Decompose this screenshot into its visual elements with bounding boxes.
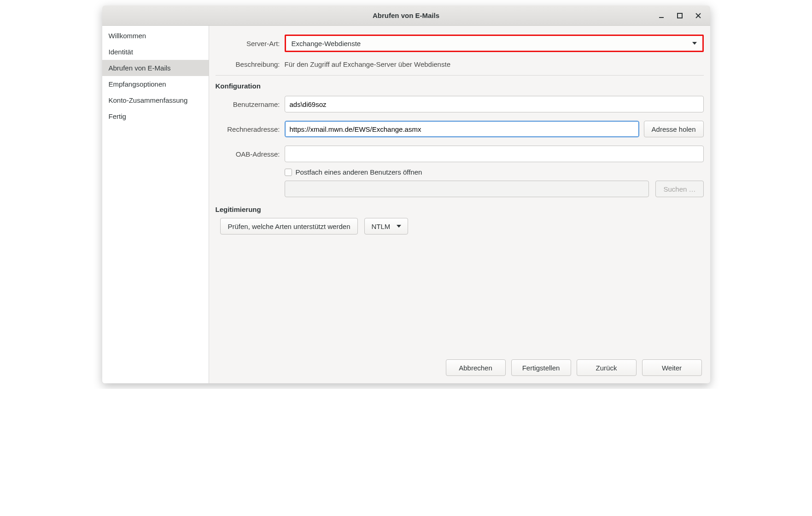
back-button-label: Zurück xyxy=(596,364,617,372)
sidebar-item-receiving[interactable]: Abrufen von E-Mails xyxy=(102,60,209,76)
sidebar-item-welcome[interactable]: Willkommen xyxy=(102,28,209,44)
close-button[interactable] xyxy=(689,6,707,25)
back-button[interactable]: Zurück xyxy=(577,359,637,376)
dialog-body: Willkommen Identität Abrufen von E-Mails… xyxy=(102,26,710,383)
oab-input[interactable] xyxy=(285,146,704,162)
oab-row: OAB-Adresse: xyxy=(216,146,704,162)
description-row: Beschreibung: Für den Zugriff auf Exchan… xyxy=(216,60,704,68)
auth-method-value: NTLM xyxy=(371,223,390,230)
cancel-button-label: Abbrechen xyxy=(459,364,492,372)
impersonate-row: Postfach eines anderen Benutzers öffnen xyxy=(285,168,704,176)
auth-heading: Legitimierung xyxy=(216,205,704,213)
sidebar-item-label: Konto-Zusammenfassung xyxy=(109,96,188,104)
chevron-down-icon xyxy=(397,225,401,228)
sidebar-item-done[interactable]: Fertig xyxy=(102,108,209,124)
main-panel: Server-Art: Exchange-Webdienste Beschrei… xyxy=(209,26,710,383)
svg-rect-1 xyxy=(678,13,682,18)
sidebar-item-label: Fertig xyxy=(109,112,126,120)
server-type-label: Server-Art: xyxy=(216,40,280,47)
impersonate-search-row: Suchen … xyxy=(285,181,704,197)
auth-row: Prüfen, welche Arten unterstützt werden … xyxy=(220,218,704,235)
fetch-url-button[interactable]: Adresse holen xyxy=(644,121,704,137)
description-text: Für den Zugriff auf Exchange-Server über… xyxy=(285,60,450,68)
finish-button-label: Fertigstellen xyxy=(522,364,560,372)
wizard-sidebar: Willkommen Identität Abrufen von E-Mails… xyxy=(102,26,209,383)
sidebar-item-identity[interactable]: Identität xyxy=(102,44,209,60)
sidebar-item-receive-options[interactable]: Empfangsoptionen xyxy=(102,76,209,92)
host-input[interactable] xyxy=(285,121,639,137)
next-button-label: Weiter xyxy=(662,364,682,372)
chevron-down-icon xyxy=(692,42,697,45)
fetch-url-button-label: Adresse holen xyxy=(652,125,696,133)
impersonate-label: Postfach eines anderen Benutzers öffnen xyxy=(296,168,422,176)
sidebar-item-label: Willkommen xyxy=(109,32,146,40)
next-button[interactable]: Weiter xyxy=(642,359,702,376)
maximize-button[interactable] xyxy=(671,6,689,25)
username-input[interactable] xyxy=(285,96,704,112)
description-label: Beschreibung: xyxy=(216,60,280,68)
check-supported-auth-button[interactable]: Prüfen, welche Arten unterstützt werden xyxy=(220,218,358,235)
sidebar-item-label: Abrufen von E-Mails xyxy=(109,64,171,72)
minimize-icon xyxy=(659,13,664,18)
sidebar-item-summary[interactable]: Konto-Zusammenfassung xyxy=(102,92,209,108)
oab-label: OAB-Adresse: xyxy=(216,150,280,158)
host-label: Rechneradresse: xyxy=(216,125,280,133)
finish-button[interactable]: Fertigstellen xyxy=(511,359,571,376)
close-icon xyxy=(695,13,701,18)
cancel-button[interactable]: Abbrechen xyxy=(446,359,506,376)
search-user-button-label: Suchen … xyxy=(663,185,695,193)
svg-rect-0 xyxy=(659,17,664,18)
impersonate-user-input xyxy=(285,181,649,197)
username-row: Benutzername: xyxy=(216,96,704,112)
window-title: Abrufen von E-Mails xyxy=(373,12,439,19)
minimize-button[interactable] xyxy=(652,6,671,25)
maximize-icon xyxy=(677,13,683,18)
impersonate-checkbox[interactable] xyxy=(285,169,292,176)
check-supported-auth-label: Prüfen, welche Arten unterstützt werden xyxy=(228,223,351,230)
server-type-value: Exchange-Webdienste xyxy=(292,40,361,47)
username-label: Benutzername: xyxy=(216,100,280,108)
dialog-window: Abrufen von E-Mails Willkommen Identität… xyxy=(102,6,710,383)
search-user-button: Suchen … xyxy=(655,181,703,197)
server-type-row: Server-Art: Exchange-Webdienste xyxy=(216,35,704,52)
auth-method-dropdown[interactable]: NTLM xyxy=(364,218,408,235)
titlebar: Abrufen von E-Mails xyxy=(102,6,710,26)
separator xyxy=(216,75,704,76)
dialog-footer: Abbrechen Fertigstellen Zurück Weiter xyxy=(216,355,704,378)
sidebar-item-label: Identität xyxy=(109,48,133,56)
server-type-dropdown[interactable]: Exchange-Webdienste xyxy=(285,35,704,52)
window-controls xyxy=(652,6,707,25)
configuration-heading: Konfiguration xyxy=(216,82,704,90)
sidebar-item-label: Empfangsoptionen xyxy=(109,80,166,88)
host-row: Rechneradresse: Adresse holen xyxy=(216,121,704,137)
